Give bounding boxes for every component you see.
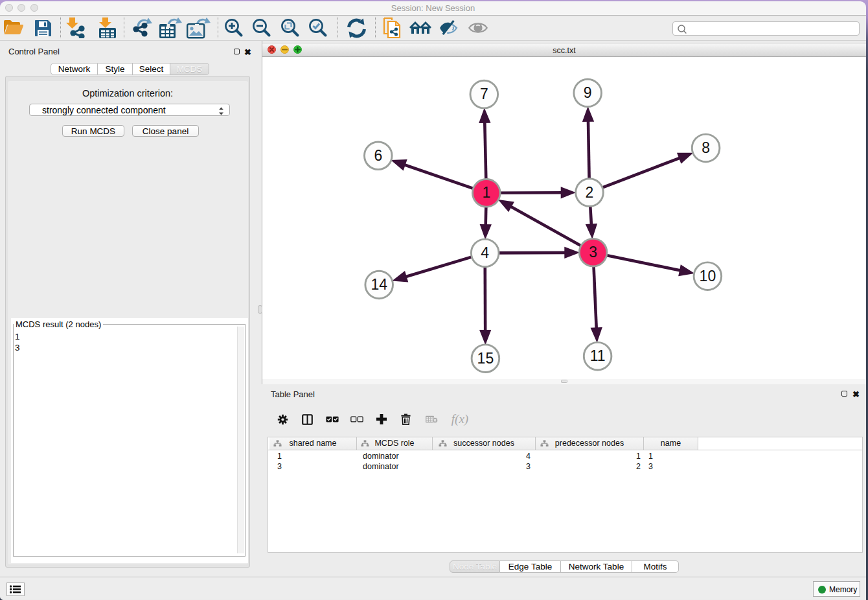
svg-text:7: 7 — [480, 86, 488, 102]
svg-text:15: 15 — [477, 350, 494, 367]
svg-text:14: 14 — [371, 276, 387, 293]
svg-text:8: 8 — [702, 139, 710, 156]
svg-text:4: 4 — [481, 244, 489, 261]
svg-text:2: 2 — [586, 184, 594, 201]
svg-text:11: 11 — [590, 347, 606, 364]
svg-text:10: 10 — [700, 268, 716, 284]
svg-text:6: 6 — [374, 147, 382, 164]
svg-text:9: 9 — [584, 84, 592, 101]
svg-text:1: 1 — [482, 184, 490, 201]
svg-text:3: 3 — [589, 244, 597, 260]
